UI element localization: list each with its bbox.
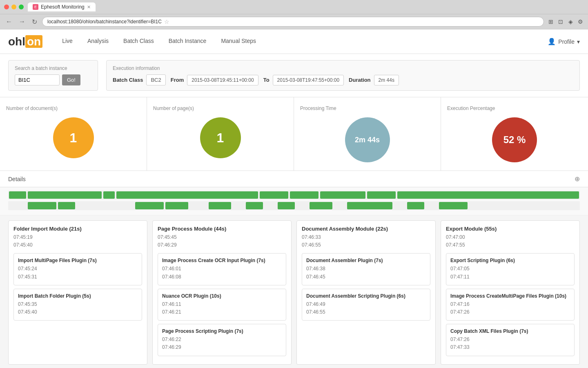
extension-icon-4[interactable]: ⚙ <box>577 18 584 25</box>
plugin-time: 07:45:3507:45:40 <box>18 301 138 316</box>
plugin-time: 07:46:3807:46:45 <box>306 265 426 280</box>
app-container: ohlon Live Analysis Batch Class Batch In… <box>0 29 588 368</box>
timeline-container <box>0 187 588 215</box>
timeline-bar-2-1 <box>28 202 56 209</box>
plugin-card: Copy Batch XML Files Plugin (7s)07:47:26… <box>446 324 575 356</box>
batch-class-label: Batch Class <box>113 77 143 83</box>
to-value: 2015-03-08T19:47:55+00:00 <box>273 75 344 85</box>
nav-live[interactable]: Live <box>55 29 80 54</box>
extension-icon-3[interactable]: ◈ <box>567 18 574 25</box>
timeline-bar-2-11 <box>439 202 468 209</box>
plugin-title: Image Process Create OCR Input Plugin (7… <box>162 258 282 263</box>
minimize-dot[interactable] <box>11 4 16 9</box>
search-input[interactable] <box>15 74 60 85</box>
stat-execution-pct: Execution Percentage 52 % <box>441 97 588 171</box>
refresh-button[interactable]: ↻ <box>30 17 39 27</box>
pages-value: 1 <box>217 130 224 146</box>
plugin-time: 07:47:2607:47:33 <box>450 336 570 351</box>
main-nav: Live Analysis Batch Class Batch Instance… <box>55 29 548 54</box>
url-bar[interactable]: localhost:18080/ohlon/batchinstance?iden… <box>42 17 544 27</box>
batch-class-group: Batch Class BC2 <box>113 74 166 85</box>
timeline-bar-1-2 <box>28 191 102 199</box>
timeline-bar-2-3 <box>135 202 164 209</box>
from-group: From 2015-03-08T19:45:11+00:00 <box>171 75 258 85</box>
timeline-bar-1-6 <box>290 191 318 199</box>
plugin-card: Export Scripting Plugin (6s)07:47:0507:4… <box>446 253 575 285</box>
module-card: Page Process Module (44s)07:45:4507:46:2… <box>152 220 292 365</box>
module-card: Folder Import Module (21s)07:45:1907:45:… <box>8 220 147 365</box>
execution-label: Execution information <box>113 65 573 71</box>
processing-time-value: 2m 44s <box>355 136 380 144</box>
plugin-title: Copy Batch XML Files Plugin (7s) <box>450 328 570 334</box>
plugin-card: Document Assembler Plugin (7s)07:46:3807… <box>302 253 430 285</box>
maximize-dot[interactable] <box>19 4 24 9</box>
timeline-bar-2-6 <box>246 202 263 209</box>
plugin-card: Image Process Create OCR Input Plugin (7… <box>158 253 286 285</box>
duration-label: Duration <box>349 77 370 83</box>
documents-circle: 1 <box>53 117 94 158</box>
top-section: Search a batch instance Go! Execution in… <box>0 54 588 97</box>
execution-pct-circle: 52 % <box>492 117 537 162</box>
plugin-time: 07:46:4907:46:55 <box>306 301 426 316</box>
plugin-card: Page Process Scripting Plugin (7s)07:46:… <box>158 324 286 356</box>
forward-button[interactable]: → <box>17 17 27 26</box>
plugin-time: 07:46:0107:46:08 <box>162 265 282 280</box>
stat-processing-time: Processing Time 2m 44s <box>294 97 441 171</box>
batch-class-value: BC2 <box>146 74 165 85</box>
timeline-bar-2-2 <box>58 202 75 209</box>
stat-pages: Number of page(s) 1 <box>147 97 294 171</box>
plugin-card: Import Batch Folder Plugin (5s)07:45:350… <box>13 289 142 321</box>
profile-area[interactable]: 👤 Profile ▾ <box>548 38 580 45</box>
timeline-bar-1-1 <box>9 191 26 199</box>
from-label: From <box>171 77 184 83</box>
back-button[interactable]: ← <box>4 17 14 26</box>
logo-main: ohl <box>8 35 25 48</box>
module-title: Page Process Module (44s) <box>158 226 286 232</box>
nav-analysis[interactable]: Analysis <box>80 29 116 54</box>
app-header: ohlon Live Analysis Batch Class Batch In… <box>0 29 588 54</box>
module-time: 07:45:4507:46:29 <box>158 233 286 249</box>
plugin-title: Document Assembler Scripting Plugin (6s) <box>306 293 426 299</box>
plugin-title: Image Process CreateMultiPage Files Plug… <box>450 293 570 299</box>
browser-tab[interactable]: E Ephesoft Monitoring ✕ <box>28 2 96 11</box>
execution-fields: Batch Class BC2 From 2015-03-08T19:45:11… <box>113 74 573 85</box>
url-text: localhost:18080/ohlon/batchinstance?iden… <box>47 19 162 25</box>
search-go-button[interactable]: Go! <box>62 74 80 85</box>
timeline-bar-2-4 <box>165 202 188 209</box>
close-dot[interactable] <box>4 4 9 9</box>
extension-icon-2[interactable]: ⊡ <box>557 18 564 25</box>
plugin-time: 07:46:2207:46:29 <box>162 336 282 351</box>
timeline-bar-1-8 <box>367 191 396 199</box>
nav-batch-instance[interactable]: Batch Instance <box>161 29 214 54</box>
documents-title: Number of document(s) <box>6 105 58 111</box>
profile-label: Profile <box>558 38 575 45</box>
plugin-title: Import Batch Folder Plugin (5s) <box>18 293 138 299</box>
details-title: Details <box>8 176 26 182</box>
nav-batch-class[interactable]: Batch Class <box>116 29 161 54</box>
details-header: Details ⊕ <box>0 171 588 187</box>
bookmark-icon[interactable]: ☆ <box>164 18 169 25</box>
search-row: Go! <box>15 74 91 85</box>
details-section: Details ⊕ <box>0 171 588 368</box>
timeline-bar-2-10 <box>407 202 424 209</box>
module-title: Export Module (55s) <box>446 226 575 232</box>
nav-manual-steps[interactable]: Manual Steps <box>214 29 263 54</box>
timeline-row-1 <box>8 191 580 200</box>
extension-icon-1[interactable]: ⊞ <box>547 18 555 25</box>
documents-value: 1 <box>70 130 77 146</box>
timeline-bar-1-4 <box>116 191 258 199</box>
tab-close-icon[interactable]: ✕ <box>87 4 91 10</box>
module-title: Folder Import Module (21s) <box>13 226 142 232</box>
execution-pct-title: Execution Percentage <box>447 105 495 111</box>
timeline-bar-2-5 <box>209 202 232 209</box>
to-group: To 2015-03-08T19:47:55+00:00 <box>263 75 344 85</box>
plugin-time: 07:47:1607:47:26 <box>450 301 570 316</box>
stat-documents: Number of document(s) 1 <box>0 97 147 171</box>
settings-icon[interactable]: ⊕ <box>575 175 580 183</box>
pages-title: Number of page(s) <box>153 105 194 111</box>
timeline-bar-1-5 <box>260 191 288 199</box>
module-card: Document Assembly Module (22s)07:46:3307… <box>296 220 436 365</box>
module-title: Document Assembly Module (22s) <box>302 226 430 232</box>
module-time: 07:46:3307:46:55 <box>302 233 430 249</box>
execution-box: Execution information Batch Class BC2 Fr… <box>106 60 580 91</box>
